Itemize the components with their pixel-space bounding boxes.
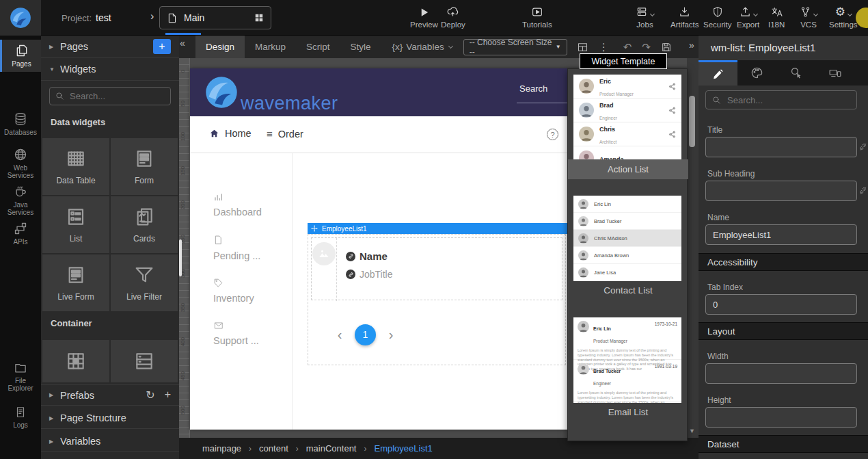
breadcrumb-content[interactable]: content xyxy=(259,443,288,454)
redo-icon[interactable]: ↷ xyxy=(642,41,651,53)
pagination-prev-icon[interactable]: ‹ xyxy=(333,327,347,343)
rail-item-java-services[interactable]: Java Services xyxy=(0,181,41,220)
tab-design[interactable]: Design xyxy=(195,36,245,58)
widgets-section-header[interactable]: ▼ Widgets xyxy=(41,58,179,81)
add-page-button[interactable]: + xyxy=(153,39,171,54)
export-button[interactable]: Export xyxy=(737,5,759,29)
template-caption-email-list[interactable]: Email List xyxy=(568,407,688,417)
variables-section-header[interactable]: ▶ Variables xyxy=(41,431,179,452)
sidenav-item-inventory[interactable]: Inventory xyxy=(213,278,254,304)
widget-tile-form[interactable]: Form xyxy=(111,138,178,195)
artifacts-button[interactable]: Artifacts xyxy=(670,5,699,29)
bind-property-icon[interactable] xyxy=(858,142,867,151)
sidenav-item-support[interactable]: Support ... xyxy=(213,321,259,346)
employee-list-widget[interactable]: EmployeeList1 xyxy=(308,234,566,365)
preview-button[interactable]: Preview xyxy=(410,5,438,29)
page-search-label[interactable]: Search xyxy=(519,83,547,94)
widget-search-input[interactable] xyxy=(68,90,165,102)
sub-heading-input[interactable] xyxy=(705,181,857,201)
name-input[interactable] xyxy=(705,224,857,245)
settings-button[interactable]: ⚙ Settings xyxy=(829,5,858,29)
width-input[interactable] xyxy=(705,363,857,384)
rail-item-logs[interactable]: Logs xyxy=(0,402,41,433)
i18n-button[interactable]: I18N xyxy=(768,5,785,29)
security-button[interactable]: Security xyxy=(703,5,732,29)
undo-icon[interactable]: ↶ xyxy=(623,41,632,53)
widget-selection-bar[interactable]: EmployeeList1 xyxy=(308,223,567,234)
pagination-next-icon[interactable]: › xyxy=(384,327,398,343)
tab-events[interactable] xyxy=(776,60,815,86)
template-contact-list[interactable]: Eric Lin Brad Tucker Chris MAdison Amand… xyxy=(573,196,681,281)
sidenav-item-pending[interactable]: Pending ... xyxy=(213,235,260,261)
tab-markup[interactable]: Markup xyxy=(245,36,296,58)
widget-tile-grid-layout[interactable] xyxy=(42,340,109,382)
tab-devices[interactable] xyxy=(815,60,854,86)
bind-property-icon[interactable] xyxy=(858,186,867,195)
refresh-icon[interactable]: ↻ xyxy=(146,389,154,402)
project-chevron-icon[interactable]: › xyxy=(150,10,154,23)
list-item-template[interactable]: Name JobTitle xyxy=(311,237,562,300)
kebab-menu-icon[interactable]: ⋮ xyxy=(599,41,609,53)
widget-tile-live-filter[interactable]: Live Filter xyxy=(111,254,178,311)
move-icon[interactable] xyxy=(311,225,318,232)
tab-styles[interactable] xyxy=(737,60,776,86)
rail-item-file-explorer[interactable]: File Explorer xyxy=(0,357,41,396)
rail-item-databases[interactable]: Databases xyxy=(0,108,41,140)
scroll-down-icon[interactable]: ▼ xyxy=(689,428,695,434)
variables-menu[interactable]: {x} Variables xyxy=(392,42,452,52)
breadcrumb-maincontent[interactable]: mainContent xyxy=(306,443,357,454)
tab-index-input[interactable] xyxy=(705,294,857,315)
widget-template-icon[interactable] xyxy=(577,42,588,53)
prefabs-section-header[interactable]: ▶ Prefabs ↻ + xyxy=(41,384,179,406)
add-prefab-icon[interactable]: + xyxy=(165,389,171,402)
grid-icon[interactable] xyxy=(254,13,264,23)
template-email-list[interactable]: Eric Lin Product Manager 1973-10-21 Lore… xyxy=(573,317,681,403)
section-dataset: Dataset xyxy=(699,435,868,453)
list-field-jobtitle[interactable]: JobTitle xyxy=(346,269,393,280)
pagination-page-1[interactable]: 1 xyxy=(355,324,376,345)
wavemaker-logo[interactable] xyxy=(0,0,41,36)
deploy-button[interactable]: Deploy xyxy=(441,5,465,29)
help-icon[interactable]: ? xyxy=(547,129,558,140)
rail-item-web-services[interactable]: Web Services xyxy=(0,144,41,183)
widget-tile-data-table[interactable]: Data Table xyxy=(42,138,109,195)
collapse-explorer-icon[interactable]: « xyxy=(180,38,185,49)
tutorials-button[interactable]: Tutorials xyxy=(522,5,552,29)
rail-item-pages[interactable]: Pages xyxy=(0,40,41,72)
breadcrumb-mainpage[interactable]: mainpage xyxy=(202,443,241,454)
sidenav-item-dashboard[interactable]: Dashboard xyxy=(213,192,262,218)
explorer-scrollbar[interactable] xyxy=(179,239,182,276)
nav-item-order[interactable]: ≡ Order xyxy=(267,128,303,140)
template-caption-action-list[interactable]: Action List xyxy=(568,159,688,179)
tab-properties[interactable] xyxy=(699,60,737,86)
list-item-picture-cell[interactable] xyxy=(312,238,337,301)
rail-item-apis[interactable]: APIs xyxy=(0,218,41,250)
template-action-list[interactable]: Eric Product Manager Brad Engineer xyxy=(573,75,681,159)
nav-item-home[interactable]: Home xyxy=(209,128,252,139)
height-input[interactable] xyxy=(705,407,857,428)
bind-link-icon xyxy=(346,270,355,279)
tab-style[interactable]: Style xyxy=(340,36,381,58)
list-field-name[interactable]: Name xyxy=(346,250,388,262)
widget-tile-cards[interactable]: Cards xyxy=(111,196,178,253)
page-tab-main[interactable]: Main xyxy=(159,6,271,29)
breadcrumb-employeelist1[interactable]: EmployeeList1 xyxy=(374,443,432,454)
database-icon xyxy=(14,112,27,126)
list-icon xyxy=(65,206,87,228)
vcs-button[interactable]: VCS xyxy=(800,5,817,29)
page-structure-section-header[interactable]: ▶ Page Structure xyxy=(41,408,179,429)
title-input[interactable] xyxy=(705,137,857,157)
save-icon[interactable] xyxy=(661,42,672,53)
tab-mobile[interactable] xyxy=(854,60,868,86)
tab-script[interactable]: Script xyxy=(296,36,340,58)
screen-size-select[interactable]: -- Choose Screen Size -- ▼ xyxy=(463,39,567,55)
property-search-input[interactable] xyxy=(726,94,850,106)
pages-section-header[interactable]: ▶ Pages + xyxy=(41,36,179,58)
jobs-button[interactable]: Jobs xyxy=(636,5,654,29)
popup-scrollbar-thumb[interactable] xyxy=(689,96,695,147)
widget-tile-list[interactable]: List xyxy=(42,196,109,253)
expand-panel-icon[interactable]: » xyxy=(689,40,694,51)
widget-tile-panel[interactable] xyxy=(111,340,178,382)
template-caption-contact-list[interactable]: Contact List xyxy=(568,285,688,296)
widget-tile-live-form[interactable]: Live Form xyxy=(42,254,109,311)
